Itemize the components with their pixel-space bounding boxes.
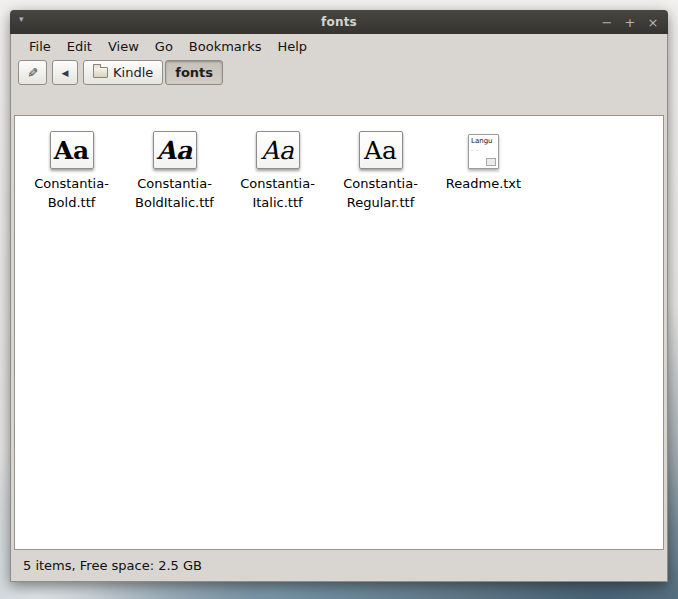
breadcrumb-kindle[interactable]: Kindle (83, 60, 163, 85)
menu-bookmarks[interactable]: Bookmarks (181, 36, 270, 57)
breadcrumb-fonts[interactable]: fonts (165, 60, 223, 85)
menu-file[interactable]: File (21, 36, 59, 57)
file-manager-window: ▾ fonts − + × File Edit View Go Bookmark… (10, 10, 668, 582)
file-view[interactable]: Aa Constantia- Bold.ttf Aa Constantia- B… (14, 115, 664, 550)
breadcrumb-label: Kindle (113, 65, 153, 80)
edit-path-button[interactable]: ✎ (18, 60, 47, 85)
file-label: Constantia- (343, 174, 418, 193)
window-body: File Edit View Go Bookmarks Help ✎ ◀ Kin… (10, 34, 668, 582)
window-title: fonts (10, 15, 668, 29)
breadcrumb-label: fonts (175, 65, 213, 80)
file-label: BoldItalic.ttf (135, 193, 214, 212)
font-file-icon: Aa (359, 131, 403, 169)
pencil-icon: ✎ (25, 67, 40, 78)
file-grid: Aa Constantia- Bold.ttf Aa Constantia- B… (15, 116, 663, 212)
folder-icon (93, 67, 108, 78)
statusbar-text: 5 items, Free space: 2.5 GB (23, 558, 202, 573)
statusbar: 5 items, Free space: 2.5 GB (14, 553, 664, 577)
font-file-icon: Aa (256, 131, 300, 169)
file-label: Constantia- (34, 174, 109, 193)
text-file-icon: Langu . . (468, 134, 499, 169)
menu-view[interactable]: View (100, 36, 147, 57)
file-label: Regular.ttf (347, 193, 415, 212)
file-label: Constantia- (137, 174, 212, 193)
font-file-icon: Aa (50, 131, 94, 169)
file-label: Italic.ttf (252, 193, 302, 212)
back-button[interactable]: ◀ (52, 60, 78, 85)
titlebar[interactable]: ▾ fonts − + × (10, 10, 668, 34)
text-preview: Langu (471, 137, 496, 145)
file-label: Bold.ttf (48, 193, 96, 212)
file-label: Constantia- (240, 174, 315, 193)
close-button[interactable]: × (647, 16, 659, 29)
menu-help[interactable]: Help (269, 36, 315, 57)
file-label: Readme.txt (446, 174, 521, 193)
menubar: File Edit View Go Bookmarks Help (11, 34, 667, 58)
file-readme[interactable]: Langu . . Readme.txt (432, 126, 535, 193)
path-breadcrumb: Kindle fonts (83, 60, 223, 85)
minimize-button[interactable]: − (601, 16, 613, 29)
file-constantia-bold[interactable]: Aa Constantia- Bold.ttf (20, 126, 123, 212)
window-menu-icon[interactable]: ▾ (19, 14, 24, 24)
font-file-icon: Aa (153, 131, 197, 169)
file-constantia-bolditalic[interactable]: Aa Constantia- BoldItalic.ttf (123, 126, 226, 212)
file-constantia-italic[interactable]: Aa Constantia- Italic.ttf (226, 126, 329, 212)
back-arrow-icon: ◀ (62, 68, 69, 78)
toolbar: ✎ ◀ Kindle fonts (11, 58, 667, 91)
desktop-background: { "window": { "title": "fonts", "shade_i… (0, 0, 678, 599)
maximize-button[interactable]: + (624, 16, 636, 29)
menu-go[interactable]: Go (147, 36, 181, 57)
menu-edit[interactable]: Edit (59, 36, 100, 57)
window-controls: − + × (601, 10, 659, 34)
file-constantia-regular[interactable]: Aa Constantia- Regular.ttf (329, 126, 432, 212)
